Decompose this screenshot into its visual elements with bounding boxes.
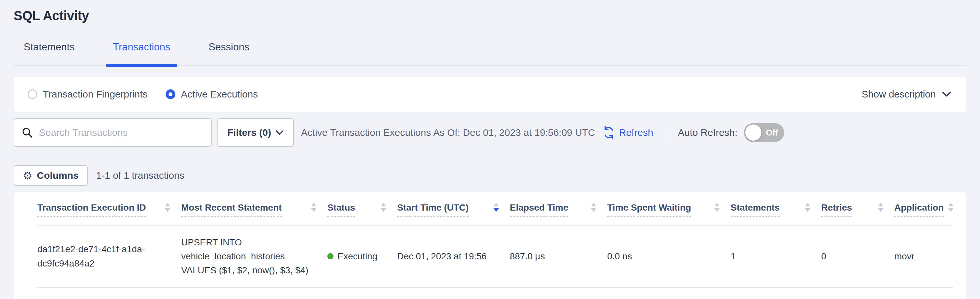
column-header-transaction-execution-id[interactable]: Transaction Execution ID (37, 202, 181, 225)
controls-row: Filters (0) Active Transaction Execution… (14, 118, 966, 147)
sort-arrows-icon[interactable] (714, 203, 719, 212)
view-options-card: Transaction Fingerprints Active Executio… (14, 77, 966, 112)
tab-sessions[interactable]: Sessions (208, 41, 250, 66)
toggle-knob (745, 125, 762, 141)
sort-arrows-icon[interactable] (878, 203, 883, 212)
sort-arrows-icon[interactable] (311, 203, 316, 212)
chevron-down-icon (942, 91, 951, 97)
cell-execution-id[interactable]: da1f21e2-de71-4c1f-a1da-dc9fc94a84a2 (37, 242, 181, 270)
radio-active-executions[interactable]: Active Executions (165, 89, 258, 100)
column-header-status[interactable]: Status (327, 202, 397, 225)
sort-arrows-icon[interactable] (948, 203, 953, 212)
sort-arrows-icon[interactable] (381, 203, 386, 212)
refresh-button[interactable]: Refresh (602, 125, 653, 140)
toggle-state-label: Off (766, 128, 778, 138)
divider (666, 123, 666, 143)
tab-transactions[interactable]: Transactions (113, 41, 170, 66)
column-header-most-recent-statement[interactable]: Most Recent Statement (181, 202, 327, 225)
refresh-icon (602, 125, 616, 140)
search-input[interactable] (39, 127, 205, 138)
sql-activity-page: SQL Activity Statements Transactions Ses… (0, 0, 980, 299)
radio-transaction-fingerprints[interactable]: Transaction Fingerprints (28, 89, 148, 100)
chevron-down-icon (276, 130, 283, 135)
column-header-elapsed-time[interactable]: Elapsed Time (510, 202, 607, 225)
result-count: 1-1 of 1 transactions (96, 170, 185, 181)
executing-status-dot-icon (327, 253, 334, 259)
page-title: SQL Activity (14, 8, 966, 23)
auto-refresh-toggle[interactable]: Off (744, 123, 784, 142)
table-toolbar: ⚙ Columns 1-1 of 1 transactions (14, 165, 966, 186)
sort-arrows-icon[interactable] (591, 203, 596, 212)
sort-arrows-icon[interactable] (165, 203, 170, 212)
cell-statements: 1 (730, 249, 821, 263)
cell-retries: 0 (821, 249, 894, 263)
table-row[interactable]: da1f21e2-de71-4c1f-a1da-dc9fc94a84a2 UPS… (37, 225, 953, 288)
cell-most-recent-statement[interactable]: UPSERT INTO vehicle_location_histories V… (181, 235, 324, 278)
tab-statements[interactable]: Statements (24, 41, 75, 66)
gear-icon: ⚙ (23, 169, 32, 182)
filters-button[interactable]: Filters (0) (217, 118, 294, 147)
columns-button[interactable]: ⚙ Columns (14, 165, 88, 186)
tab-bar: Statements Transactions Sessions (14, 41, 966, 66)
cell-time-spent-waiting: 0.0 ns (607, 249, 730, 263)
show-description-toggle[interactable]: Show description (862, 89, 951, 100)
cell-start-time: Dec 01, 2023 at 19:56 (397, 249, 510, 263)
sort-arrows-icon[interactable] (805, 203, 810, 212)
auto-refresh-control: Auto Refresh: Off (678, 123, 784, 142)
column-header-start-time[interactable]: Start Time (UTC) (397, 202, 510, 225)
radio-selected-icon (165, 90, 175, 99)
search-icon (21, 127, 33, 138)
column-header-time-spent-waiting[interactable]: Time Spent Waiting (607, 202, 730, 225)
transactions-table: Transaction Execution ID Most Recent Sta… (14, 192, 966, 299)
column-header-retries[interactable]: Retries (821, 202, 894, 225)
table-header-row: Transaction Execution ID Most Recent Sta… (37, 192, 953, 225)
column-header-application[interactable]: Application (894, 202, 953, 225)
search-box (14, 118, 212, 147)
cell-status: Executing (327, 249, 397, 263)
as-of-timestamp: Active Transaction Executions As Of: Dec… (301, 127, 595, 138)
radio-unselected-icon (28, 90, 37, 99)
cell-application: movr (894, 249, 953, 263)
cell-elapsed-time: 887.0 µs (510, 249, 607, 263)
column-header-statements[interactable]: Statements (730, 202, 821, 225)
sort-arrows-icon-active-desc[interactable] (493, 203, 499, 212)
